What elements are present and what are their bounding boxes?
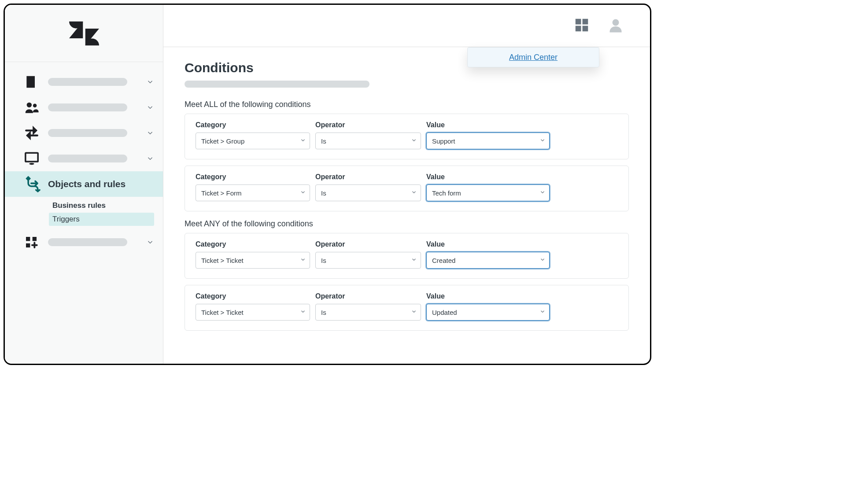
category-select[interactable]: Ticket > Group bbox=[196, 133, 310, 149]
select-value: Ticket > Ticket bbox=[201, 257, 244, 264]
category-label: Category bbox=[196, 121, 310, 129]
app-frame: Objects and rules Business rules Trigger… bbox=[4, 4, 651, 365]
logo bbox=[5, 5, 163, 62]
sidebar-item-label: Objects and rules bbox=[48, 179, 126, 189]
select-value: Updated bbox=[432, 309, 457, 316]
select-value: Is bbox=[321, 309, 326, 316]
apps-add-icon bbox=[24, 235, 44, 249]
sidebar-item-objects-and-rules[interactable]: Objects and rules bbox=[5, 171, 163, 197]
select-value: Ticket > Group bbox=[201, 137, 244, 145]
sidebar-item-placeholder bbox=[48, 103, 127, 111]
svg-rect-7 bbox=[26, 237, 30, 241]
svg-point-5 bbox=[29, 163, 34, 165]
operator-label: Operator bbox=[315, 121, 421, 129]
value-select[interactable]: Support bbox=[426, 133, 550, 149]
chevron-down-icon bbox=[411, 189, 417, 197]
chevron-down-icon bbox=[539, 257, 546, 264]
value-label: Value bbox=[426, 173, 550, 181]
operator-select[interactable]: Is bbox=[315, 304, 421, 321]
chevron-down-icon bbox=[146, 129, 154, 137]
condition-card: Category Ticket > Form Operator Is bbox=[185, 166, 629, 211]
condition-card: Category Ticket > Ticket Operator Is bbox=[185, 285, 629, 331]
building-icon bbox=[24, 75, 44, 89]
select-value: Is bbox=[321, 257, 326, 264]
all-conditions-label: Meet ALL of the following conditions bbox=[185, 100, 629, 109]
svg-rect-13 bbox=[583, 26, 588, 31]
value-label: Value bbox=[426, 121, 550, 129]
svg-rect-12 bbox=[576, 26, 581, 31]
chevron-down-icon bbox=[539, 309, 546, 316]
svg-rect-8 bbox=[33, 237, 37, 241]
operator-select[interactable]: Is bbox=[315, 133, 421, 149]
chevron-down-icon bbox=[300, 257, 306, 264]
sidebar-item-workspaces[interactable] bbox=[5, 146, 163, 171]
category-select[interactable]: Ticket > Form bbox=[196, 184, 310, 201]
chevron-down-icon bbox=[539, 189, 546, 197]
sidebar-subitem-triggers[interactable]: Triggers bbox=[49, 213, 154, 226]
select-value: Ticket > Form bbox=[201, 189, 242, 197]
svg-point-1 bbox=[33, 104, 37, 108]
main: Admin Center Conditions Meet ALL of the … bbox=[163, 5, 650, 364]
arrows-icon bbox=[24, 125, 44, 140]
sidebar-subheading-business-rules[interactable]: Business rules bbox=[49, 199, 154, 213]
operator-label: Operator bbox=[315, 292, 421, 300]
value-select[interactable]: Tech form bbox=[426, 184, 550, 201]
svg-point-0 bbox=[27, 103, 32, 107]
category-select[interactable]: Ticket > Ticket bbox=[196, 252, 310, 269]
sidebar-item-placeholder bbox=[48, 238, 127, 246]
products-grid-icon[interactable] bbox=[573, 17, 590, 35]
value-select[interactable]: Updated bbox=[426, 304, 550, 321]
select-value: Ticket > Ticket bbox=[201, 309, 244, 316]
sidebar-item-account[interactable] bbox=[5, 69, 163, 95]
operator-select[interactable]: Is bbox=[315, 184, 421, 201]
chevron-down-icon bbox=[300, 137, 306, 145]
svg-rect-11 bbox=[583, 18, 588, 24]
admin-center-link[interactable]: Admin Center bbox=[509, 53, 558, 62]
sidebar-item-placeholder bbox=[48, 78, 127, 86]
content-area: Conditions Meet ALL of the following con… bbox=[163, 47, 650, 350]
chevron-down-icon bbox=[146, 103, 154, 111]
chevron-down-icon bbox=[411, 309, 417, 316]
chevron-down-icon bbox=[539, 137, 546, 145]
select-value: Is bbox=[321, 137, 326, 145]
operator-label: Operator bbox=[315, 240, 421, 248]
chevron-down-icon bbox=[146, 155, 154, 162]
sidebar-item-placeholder bbox=[48, 155, 127, 162]
svg-rect-10 bbox=[576, 18, 581, 24]
select-value: Created bbox=[432, 257, 455, 264]
operator-select[interactable]: Is bbox=[315, 252, 421, 269]
sidebar-subnav: Business rules Triggers bbox=[5, 197, 163, 229]
condition-card: Category Ticket > Group Operator Is bbox=[185, 114, 629, 159]
sidebar-item-channels[interactable] bbox=[5, 120, 163, 146]
category-label: Category bbox=[196, 240, 310, 248]
chevron-down-icon bbox=[146, 78, 154, 86]
sidebar: Objects and rules Business rules Trigger… bbox=[5, 5, 163, 364]
people-icon bbox=[24, 100, 44, 115]
svg-rect-9 bbox=[26, 243, 30, 247]
sidebar-item-people[interactable] bbox=[5, 95, 163, 120]
sidebar-item-apps[interactable] bbox=[5, 229, 163, 255]
select-value: Is bbox=[321, 189, 326, 197]
sidebar-nav: Objects and rules Business rules Trigger… bbox=[5, 62, 163, 255]
select-value: Support bbox=[432, 137, 455, 145]
category-label: Category bbox=[196, 292, 310, 300]
chevron-down-icon bbox=[411, 257, 417, 264]
svg-rect-4 bbox=[26, 153, 38, 162]
condition-card: Category Ticket > Ticket Operator Is bbox=[185, 233, 629, 279]
user-avatar-icon[interactable] bbox=[608, 17, 624, 35]
value-label: Value bbox=[426, 240, 550, 248]
chevron-down-icon bbox=[300, 309, 306, 316]
sidebar-item-placeholder bbox=[48, 129, 127, 137]
operator-label: Operator bbox=[315, 173, 421, 181]
value-select[interactable]: Created bbox=[426, 252, 550, 269]
value-label: Value bbox=[426, 292, 550, 300]
chevron-down-icon bbox=[146, 238, 154, 246]
topbar bbox=[163, 5, 650, 47]
category-select[interactable]: Ticket > Ticket bbox=[196, 304, 310, 321]
monitor-icon bbox=[24, 151, 44, 166]
admin-center-popover: Admin Center bbox=[467, 47, 599, 67]
any-conditions-label: Meet ANY of the following conditions bbox=[185, 219, 629, 229]
select-value: Tech form bbox=[432, 189, 461, 197]
category-label: Category bbox=[196, 173, 310, 181]
svg-point-14 bbox=[613, 19, 619, 26]
